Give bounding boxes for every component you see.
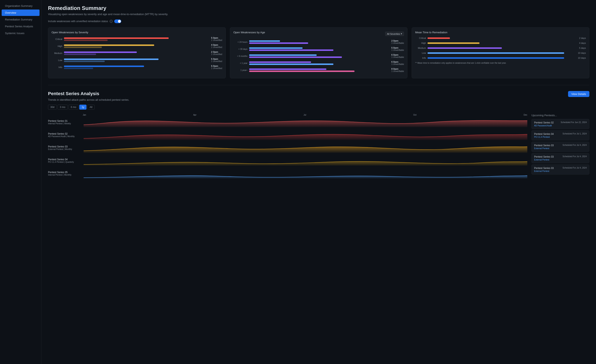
view-details-button[interactable]: View Details: [568, 91, 589, 97]
page-title: Remediation Summary: [48, 5, 589, 11]
series-row-01: Pentest Series 01 Internal Pentest | Wee…: [48, 117, 527, 127]
sidebar-item-org-summary[interactable]: Organization Summary: [2, 3, 39, 9]
upcoming-pentests: Upcoming Pentests... Pentest Series 02 S…: [531, 114, 589, 181]
bar-row-low: Low 5 Open1 Unverified: [52, 58, 222, 62]
severity-dropdown[interactable]: All Severities ▾: [385, 32, 404, 36]
time-btn-3mo[interactable]: 3 mo: [58, 105, 68, 110]
bar-row-info: Info 5 Open1 Unverified: [52, 65, 222, 70]
series-row-05: Pentest Series 05 Internal Pentest | Mon…: [48, 168, 527, 178]
upcoming-title: Upcoming Pentests...: [531, 114, 589, 117]
bar-info-unverified: [64, 68, 93, 69]
series-charts: Jan Apr Jul Oct Dec Pentest Series 01 In…: [48, 114, 527, 181]
bar-medium-open: [64, 51, 137, 53]
upcoming-card-3: Pentest Series 03 Scheduled For Jul 4, 2…: [531, 153, 589, 163]
series-chart-05: [84, 168, 527, 178]
open-weaknesses-card: Open Weaknesses by Severity Critical 5 O…: [48, 27, 226, 78]
age-row-1yplus: 1 year+ 8 Open1 Unverifiable: [233, 68, 404, 72]
bar-high-open: [64, 44, 154, 46]
age-title: Open Weaknesses by Age: [233, 31, 265, 34]
sidebar: Organization Summary Overview Remediatio…: [0, 0, 41, 364]
time-btn-6mo[interactable]: 6 mo: [68, 105, 79, 110]
age-row-24h: < 24 hours 2 Open1 Unverifiable: [233, 40, 404, 44]
sidebar-item-pentest-analysis[interactable]: Pentest Series Analysis: [2, 23, 39, 29]
bar-critical-unverified: [64, 39, 108, 41]
main-content: Remediation Summary Visualizing open wea…: [41, 0, 596, 364]
bar-row-high: High 4 Open1 Unverified: [52, 44, 222, 48]
upcoming-card-2: Pentest Series 03 Scheduled For Jul 4, 2…: [531, 142, 589, 152]
charts-row: Open Weaknesses by Severity Critical 5 O…: [48, 27, 589, 78]
time-btn-all[interactable]: All: [87, 105, 95, 110]
series-chart-02: [84, 130, 527, 140]
chart-axis: Jan Apr Jul Oct Dec: [48, 114, 527, 117]
sidebar-item-overview[interactable]: Overview: [2, 9, 39, 16]
bar-medium-unverified: [64, 54, 96, 55]
sidebar-item-systemic-issues[interactable]: Systemic Issues: [2, 30, 39, 36]
bar-low-unverified: [64, 61, 105, 62]
mttr-card: Mean Time to Remediation Critical 2 days…: [412, 27, 589, 78]
time-btn-1y[interactable]: 1y: [79, 105, 87, 110]
bar-low-open: [64, 58, 158, 60]
time-filter-group: 30d 3 mo 6 mo 1y All: [48, 105, 589, 110]
sidebar-item-remediation[interactable]: Remediation Summary: [2, 16, 39, 23]
info-icon[interactable]: i: [110, 20, 112, 23]
age-card: Open Weaknesses by Age All Severities ▾ …: [230, 27, 408, 78]
series-row-02: Pentest Series 02 AD Password Audit | Mo…: [48, 130, 527, 140]
age-row-1y: < 1 year 6 Open1 Unverifiable: [233, 61, 404, 65]
bar-info-open: [64, 66, 144, 67]
section-divider: [48, 85, 589, 85]
series-chart-04: [84, 155, 527, 166]
mttr-note: ** Mean time to remediation only applies…: [415, 62, 586, 65]
chevron-down-icon: ▾: [401, 32, 402, 35]
toggle-label: Include weaknesses with unverified remed…: [48, 20, 108, 23]
mttr-title: Mean Time to Remediation: [415, 31, 586, 34]
age-row-30d: < 30 days 5 Open1 Unverifiable: [233, 47, 404, 51]
series-row-04: Pentest Series 04 PCI 11.4 Pentest | Qua…: [48, 155, 527, 166]
bar-row-medium: Medium 2 Open1 Unverified: [52, 51, 222, 55]
upcoming-card-0: Pentest Series 02 Scheduled For Jun 22, …: [531, 119, 589, 129]
time-btn-30d[interactable]: 30d: [48, 105, 57, 110]
mttr-info: Info 10 days: [415, 57, 586, 59]
mttr-high: High 4 days: [415, 42, 586, 44]
mttr-critical: Critical 2 days: [415, 37, 586, 39]
bar-critical-open: [64, 37, 169, 39]
series-chart-01: [84, 117, 527, 127]
pentest-header: Pentest Series Analysis View Details: [48, 91, 589, 97]
bar-row-critical: Critical 5 Open1 Unverified: [52, 37, 222, 41]
series-chart-03: [84, 143, 527, 153]
unverified-toggle[interactable]: [114, 19, 121, 23]
upcoming-card-4: Pentest Series 03 Scheduled For Jul 4, 2…: [531, 164, 589, 175]
mttr-medium: Medium 5 days: [415, 47, 586, 49]
page-subtitle: Visualizing open weaknesses by severity …: [48, 13, 589, 16]
pentest-subtitle: Trends in identified attack paths across…: [48, 98, 589, 101]
bar-high-unverified: [64, 47, 102, 48]
pentest-content: Jan Apr Jul Oct Dec Pentest Series 01 In…: [48, 114, 589, 181]
open-weaknesses-title: Open Weaknesses by Severity: [52, 31, 222, 34]
pentest-title: Pentest Series Analysis: [48, 91, 99, 96]
age-row-6mo: < 6 months 6 Open1 Unverifiable: [233, 54, 404, 58]
upcoming-card-1: Pentest Series 04 Scheduled For Jul 1, 2…: [531, 130, 589, 140]
series-row-03: Pentest Series 03 External Pentest | Mon…: [48, 143, 527, 153]
mttr-low: Low 10 days: [415, 52, 586, 54]
toggle-row: Include weaknesses with unverified remed…: [48, 19, 589, 23]
